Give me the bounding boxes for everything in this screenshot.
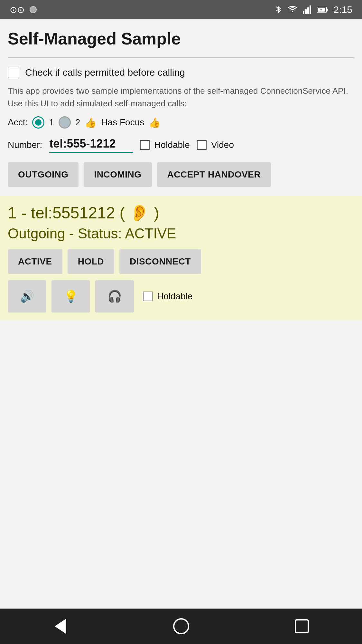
hold-button[interactable]: HOLD (68, 249, 114, 274)
holdable-label: Holdable (154, 140, 190, 150)
acct-label: Acct: (8, 117, 28, 128)
acct-row: Acct: 1 2 👍 Has Focus 👍 (8, 116, 354, 129)
status-bar-right: 2:15 (274, 4, 352, 15)
incoming-button[interactable]: INCOMING (84, 162, 152, 187)
has-focus-label: Has Focus (101, 117, 144, 128)
accept-handover-button[interactable]: ACCEPT HANDOVER (157, 162, 271, 187)
speaker-button[interactable]: 🔊 (8, 280, 46, 312)
status-time: 2:15 (334, 4, 352, 15)
call-holdable-checkbox[interactable] (143, 292, 153, 301)
video-checkbox[interactable] (197, 140, 207, 150)
video-label: Video (211, 140, 234, 150)
call-info-number: 1 - tel:5551212 ( 👂 ) (8, 204, 354, 222)
call-action-buttons: ACTIVE HOLD DISCONNECT (8, 249, 354, 274)
active-button[interactable]: ACTIVE (8, 249, 62, 274)
call-holdable-label: Holdable (157, 291, 193, 302)
number-input[interactable] (49, 137, 133, 153)
headphones-button[interactable]: 🎧 (95, 280, 134, 312)
call-info-status: Outgoing - Status: ACTIVE (8, 226, 354, 242)
back-nav-button[interactable] (49, 615, 72, 638)
recent-nav-button[interactable] (291, 615, 313, 638)
voicemail-icon: ⊙⊙ (10, 5, 24, 15)
acct-2-num: 2 (75, 117, 80, 128)
calls-permitted-row[interactable]: Check if calls permitted before calling (8, 67, 354, 78)
description-text: This app provides two sample implementat… (8, 85, 354, 110)
thumbs-up-2-icon: 👍 (149, 117, 161, 128)
status-bar-left: ⊙⊙ (10, 5, 37, 15)
svg-rect-5 (327, 9, 328, 11)
status-bar: ⊙⊙ 2:15 (0, 0, 362, 19)
divider (8, 57, 354, 58)
headphones-icon: 🎧 (107, 290, 122, 303)
speaker-icon: 🔊 (20, 290, 34, 303)
svg-rect-0 (303, 11, 304, 14)
action-button-row: OUTGOING INCOMING ACCEPT HANDOVER (8, 162, 354, 187)
wifi-icon (287, 5, 298, 14)
bulb-button[interactable]: 💡 (51, 280, 90, 312)
svg-rect-1 (305, 9, 307, 14)
battery-icon (317, 6, 329, 13)
acct-2-radio[interactable] (59, 116, 71, 129)
calls-permitted-checkbox[interactable] (8, 67, 19, 78)
app-title: Self-Managed Sample (8, 29, 354, 48)
bulb-icon: 💡 (64, 290, 78, 303)
acct-1-num: 1 (49, 117, 54, 128)
outgoing-button[interactable]: OUTGOING (8, 162, 79, 187)
svg-rect-2 (307, 7, 309, 14)
main-content: Self-Managed Sample Check if calls permi… (0, 19, 362, 609)
nav-bar (0, 609, 362, 644)
calls-permitted-label: Check if calls permitted before calling (25, 67, 185, 78)
video-option-row: Video (197, 140, 234, 150)
thumbs-up-1-icon: 👍 (85, 117, 97, 128)
home-nav-button[interactable] (170, 615, 192, 638)
notification-icon (30, 6, 37, 13)
call-icon-row: 🔊 💡 🎧 Holdable (8, 280, 354, 312)
bluetooth-icon (274, 5, 282, 14)
number-row: Number: Holdable Video (8, 137, 354, 153)
disconnect-button[interactable]: DISCONNECT (119, 249, 201, 274)
acct-1-radio[interactable] (32, 116, 44, 129)
call-holdable-row: Holdable (143, 291, 193, 302)
call-card: 1 - tel:5551212 ( 👂 ) Outgoing - Status:… (0, 196, 362, 320)
holdable-option-row: Holdable (140, 140, 190, 150)
svg-rect-3 (310, 5, 311, 14)
number-label: Number: (8, 140, 42, 150)
holdable-checkbox[interactable] (140, 140, 150, 150)
signal-icon (303, 5, 312, 14)
